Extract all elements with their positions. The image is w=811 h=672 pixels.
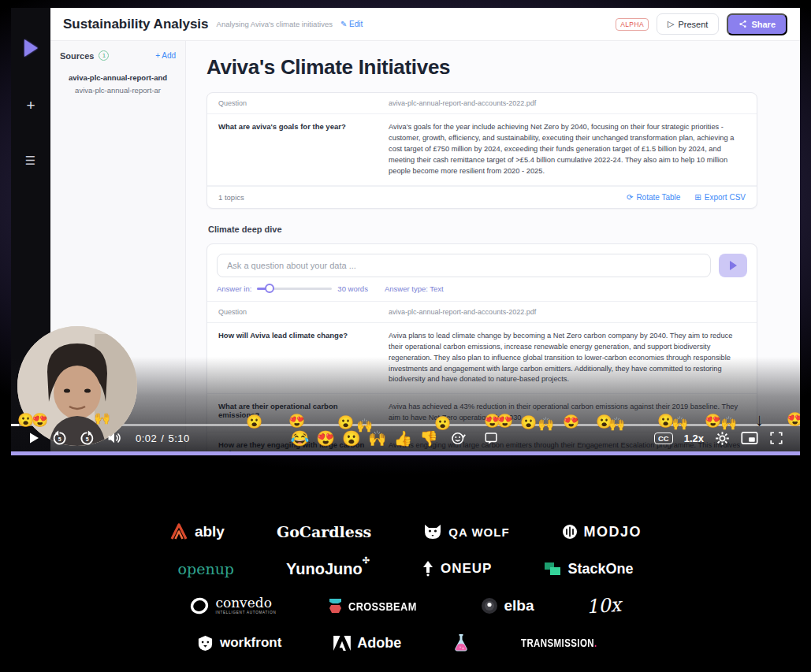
- svg-text:5: 5: [58, 436, 61, 442]
- question-cell: How will Aviva lead climate change?: [207, 323, 378, 394]
- edit-icon: ✎: [340, 20, 347, 28]
- transmission-dot: .: [594, 637, 597, 649]
- table-row: What are aviva's goals for the year? Avi…: [207, 114, 757, 186]
- volume-button[interactable]: [106, 430, 122, 446]
- add-icon[interactable]: +: [26, 98, 35, 113]
- time-current: 0:02: [136, 433, 157, 444]
- settings-button[interactable]: [715, 431, 730, 446]
- comment-button[interactable]: [484, 431, 498, 445]
- logo-10x: 10x: [586, 595, 621, 617]
- video-progress-accent: [11, 451, 800, 455]
- wow-reaction-button[interactable]: 😮: [342, 431, 361, 446]
- list-icon[interactable]: ☰: [25, 154, 36, 168]
- question-cell: What are aviva's goals for the year?: [207, 114, 378, 185]
- column-header-question: Question: [207, 93, 378, 113]
- answer-in-label: Answer in:: [217, 284, 251, 293]
- document-title: Aviva's Climate Initiatives: [206, 55, 757, 80]
- gear-icon: [715, 431, 730, 446]
- export-icon: ⊞: [694, 193, 701, 202]
- topics-table-card: Question aviva-plc-annual-report-and-acc…: [206, 92, 757, 209]
- logo-oneup: ONEUP: [422, 561, 492, 577]
- reaction-bar: 😂 😍 😮 🙌 👍 👎: [291, 431, 504, 446]
- edit-button[interactable]: ✎ Edit: [340, 20, 363, 28]
- play-icon: [28, 432, 40, 444]
- fullscreen-button[interactable]: [769, 431, 783, 445]
- modjo-icon: [562, 524, 578, 540]
- rotate-table-button[interactable]: ⟳Rotate Table: [627, 193, 680, 202]
- rewind-5-button[interactable]: 5: [51, 430, 68, 447]
- source-file[interactable]: aviva-plc-annual-report-ar: [60, 86, 176, 95]
- column-header-question: Question: [207, 302, 378, 322]
- column-header-source: aviva-plc-annual-report-and-accounts-202…: [378, 302, 757, 322]
- crossbeam-icon: [329, 598, 342, 614]
- play-button[interactable]: [28, 432, 40, 444]
- captions-button[interactable]: CC: [654, 433, 673, 444]
- playback-speed-button[interactable]: 1.2x: [684, 433, 704, 444]
- logo-qa-wolf: QA WOLF: [423, 524, 509, 540]
- answer-cell: Aviva's goals for the year include achie…: [378, 114, 757, 185]
- logo-transmission: TRANSMISSION.: [521, 637, 614, 649]
- topics-count: 1 topics: [218, 193, 244, 202]
- time-display: 0:02 / 5:10: [136, 433, 190, 444]
- volume-icon: [106, 430, 122, 446]
- present-play-icon: ▷: [668, 19, 674, 29]
- logo-convedo: convedoINTELLIGENT AUTOMATION: [190, 596, 276, 615]
- logo-yunojuno: YunoJuno✣: [286, 560, 370, 578]
- export-csv-button[interactable]: ⊞Export CSV: [694, 193, 746, 202]
- answer-type-label[interactable]: Answer type: Text: [385, 284, 444, 293]
- submit-question-button[interactable]: [719, 254, 747, 277]
- alpha-badge: ALPHA: [616, 18, 649, 31]
- flask-icon: [453, 633, 469, 652]
- customer-logo-wall: ably GoCardless QA WOLF MODJO openup Yun…: [0, 518, 811, 656]
- logo-ably: ably: [169, 523, 225, 540]
- forward-5-icon: 5: [79, 430, 95, 447]
- picture-in-picture-button[interactable]: [741, 431, 758, 445]
- heart-eyes-reaction-button[interactable]: 😍: [316, 431, 335, 446]
- forward-5-button[interactable]: 5: [79, 430, 95, 447]
- add-source-button[interactable]: + Add: [155, 51, 176, 60]
- video-control-bar: 5 5 0:02 / 5:10 😂 😍 😮 🙌 👍 👎: [11, 425, 800, 451]
- logo-gocardless: GoCardless: [277, 523, 371, 540]
- ably-icon: [169, 523, 188, 540]
- logo-workfront: workfront: [197, 635, 281, 652]
- thumbs-down-reaction-button[interactable]: 👎: [419, 431, 438, 446]
- fullscreen-icon: [769, 431, 783, 445]
- time-total: 5:10: [168, 433, 189, 444]
- section-label: Climate deep dive: [208, 225, 757, 234]
- cursor-arrow-icon: ↓: [755, 410, 764, 430]
- elba-icon: [481, 597, 498, 614]
- question-input[interactable]: [217, 254, 711, 277]
- logo-elba: elba: [481, 597, 534, 614]
- raised-hands-reaction-button[interactable]: 🙌: [368, 431, 387, 446]
- yunojuno-flower-icon: ✣: [363, 555, 370, 565]
- page-subtitle: Analysing Aviva's climate initiatives: [217, 20, 333, 28]
- source-file[interactable]: aviva-plc-annual-report-and: [60, 73, 176, 82]
- stackone-icon: [544, 562, 561, 576]
- add-reaction-button[interactable]: [451, 431, 466, 446]
- logo-modjo: MODJO: [562, 524, 642, 540]
- slider-knob[interactable]: [265, 284, 274, 293]
- present-button[interactable]: ▷Present: [657, 13, 719, 35]
- logo-crossbeam: CROSSBEAM: [329, 598, 429, 614]
- share-button[interactable]: Share: [727, 13, 787, 35]
- convedo-icon: [190, 596, 209, 615]
- app-header: Sustainability Analysis Analysing Aviva'…: [50, 8, 800, 41]
- column-header-source: aviva-plc-annual-report-and-accounts-202…: [378, 93, 757, 113]
- submit-arrow-icon: [730, 261, 737, 270]
- app-logo-icon: [24, 39, 38, 57]
- svg-text:5: 5: [86, 436, 89, 442]
- video-player[interactable]: + ☰ Sustainability Analysis Analysing Av…: [11, 8, 800, 455]
- words-label: 30 words: [337, 284, 368, 293]
- laugh-reaction-button[interactable]: 😂: [291, 431, 310, 446]
- page-title: Sustainability Analysis: [63, 17, 209, 32]
- answer-length-slider[interactable]: [257, 288, 332, 290]
- thumbs-up-reaction-button[interactable]: 👍: [393, 431, 412, 446]
- wolf-icon: [423, 524, 442, 540]
- workfront-lion-icon: [197, 635, 214, 652]
- adobe-icon: [333, 636, 351, 651]
- rotate-icon: ⟳: [627, 193, 633, 202]
- page-background: + ☰ Sustainability Analysis Analysing Av…: [0, 0, 811, 672]
- logo-flask: [453, 633, 469, 652]
- share-icon: [738, 20, 747, 28]
- oneup-rocket-icon: [422, 561, 434, 577]
